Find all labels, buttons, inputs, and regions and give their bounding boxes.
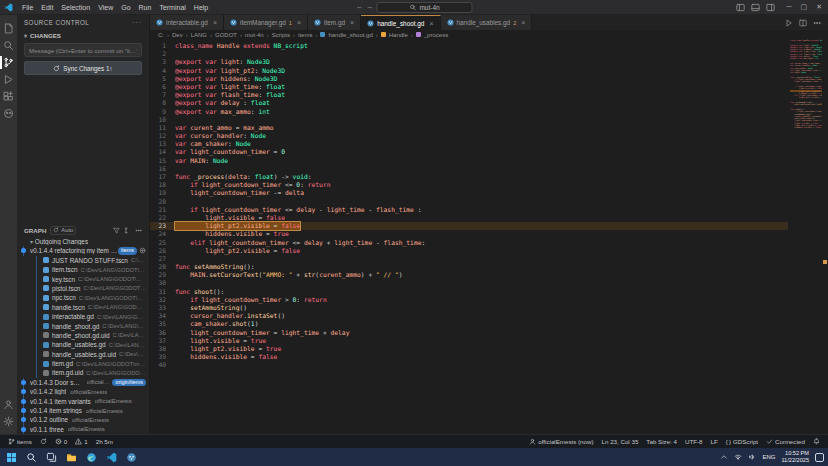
tab-interactable.gd[interactable]: interactable.gd× <box>150 15 224 30</box>
status-0[interactable]: 0 <box>51 435 71 448</box>
explorer-icon[interactable] <box>0 20 17 37</box>
commit-row[interactable]: v0.1.1 threeofficialEmests <box>17 425 149 434</box>
source-control-view-icon[interactable] <box>0 54 17 71</box>
status-ln-23-col-35[interactable]: Ln 23, Col 35 <box>598 435 643 448</box>
code-line[interactable]: 21 if light_countdown_timer <= delay - l… <box>150 206 788 214</box>
code-line[interactable]: 6@export var light_time: float <box>150 83 788 91</box>
changed-file-row[interactable]: handle_shoot.gdC:\Dev\LANG\GODOT\… <box>17 321 149 330</box>
edge-browser-icon[interactable] <box>84 450 99 465</box>
settings-gear-icon[interactable] <box>0 413 17 430</box>
outgoing-changes-row[interactable]: ▾ Outgoing Changes <box>17 237 149 246</box>
changed-file-row[interactable]: handle.tscnC:\Dev\LANG\GODOT\… <box>17 303 149 312</box>
breadcrumb-item[interactable]: items <box>298 32 312 38</box>
changed-file-row[interactable]: handle_usables.gd.uidC:\Dev\LANGG… <box>17 349 149 358</box>
godot-tools-icon[interactable] <box>0 105 17 122</box>
changed-file-row[interactable]: item.gd.uidC:\Dev\LANG\GODOT\mut… <box>17 368 149 377</box>
wifi-icon[interactable] <box>734 453 742 461</box>
code-line[interactable]: 35 cam_shaker.shot(1) <box>150 320 788 328</box>
editor-more-icon[interactable] <box>813 19 821 27</box>
code-line[interactable]: 17func _process(delta: float) -> void: <box>150 173 788 181</box>
code-line[interactable]: 16 <box>150 165 788 173</box>
maximize-icon[interactable]: ▢ <box>801 3 808 11</box>
changed-file-row[interactable]: item.gdC:\Dev\LANG\GODOT\mut-4n… <box>17 359 149 368</box>
code-line[interactable]: 9@export var max_ammo: int <box>790 57 822 59</box>
tab-close-icon[interactable]: × <box>213 19 217 26</box>
code-line[interactable]: 12var cursor_handler: Node <box>150 132 788 140</box>
tab-close-icon[interactable]: × <box>429 20 433 27</box>
code-line[interactable]: 24 hiddens.visible = true <box>150 230 788 238</box>
taskbar-clock[interactable]: 10:52 PM 11/22/2025 <box>781 450 809 464</box>
minimize-icon[interactable]: ─ <box>787 3 792 11</box>
code-line[interactable]: 22 light.visible = false <box>150 214 788 222</box>
code-line[interactable]: 2 <box>150 50 788 58</box>
code-line[interactable]: 33 setAmmoString() <box>150 304 788 312</box>
status-gdscript[interactable]: { }GDScript <box>722 435 762 448</box>
commit-row[interactable]: v0.1.4.4 refactoring my item …items <box>17 246 149 255</box>
code-line[interactable]: 19 light_countdown_timer -= delta <box>150 189 788 197</box>
commit-row[interactable]: v0.1.4 item stringsofficialEmests <box>17 406 149 415</box>
status-sync[interactable] <box>36 435 51 448</box>
menu-run[interactable]: Run <box>135 4 156 11</box>
breadcrumb-item[interactable]: LANG <box>191 32 207 38</box>
code-line[interactable]: 39 hiddens.visible = false <box>790 126 822 128</box>
status-2h-5m[interactable]: 2h 5m <box>92 435 117 448</box>
vertical-scrollbar[interactable] <box>822 39 828 434</box>
tab-itemManager.gd[interactable]: itemManager.gd1× <box>224 15 308 30</box>
extensions-icon[interactable] <box>0 88 17 105</box>
code-line[interactable]: 30 <box>150 279 788 287</box>
tab-close-icon[interactable]: × <box>350 19 354 26</box>
status-1[interactable]: 1 <box>71 435 91 448</box>
tab-close-icon[interactable]: × <box>521 19 525 26</box>
code-line[interactable]: 26 light_pt2.visible = false <box>790 96 822 98</box>
breadcrumb-item[interactable]: Scripts <box>272 32 290 38</box>
account-icon[interactable] <box>0 396 17 413</box>
changed-file-row[interactable]: npc.tscnC:\Dev\LANG\GODOT\mut-4n… <box>17 293 149 302</box>
split-editor-icon[interactable] <box>751 3 760 12</box>
breadcrumb-item[interactable]: Handle <box>389 32 408 38</box>
code-line[interactable]: 38 light_pt2.visible = true <box>150 345 788 353</box>
code-line[interactable]: 29 MAIN.setCursorText("AMMO: " + str(cur… <box>790 103 822 105</box>
code-line[interactable]: 40 <box>150 361 788 369</box>
filter-icon[interactable] <box>113 227 120 234</box>
vscode-taskbar-icon[interactable] <box>104 450 119 465</box>
commit-row[interactable]: v0.1.4.2 lightofficialEmests <box>17 387 149 396</box>
code-editor[interactable]: 1class_name Handle extends NB_script23@e… <box>150 39 828 434</box>
notification-center-icon[interactable] <box>815 453 824 462</box>
menu-selection[interactable]: Selection <box>57 4 94 11</box>
changes-section-header[interactable]: ▾ CHANGES <box>17 30 149 41</box>
commit-row[interactable]: v0.1.4.3 Door scriptofficialE…origin/ite… <box>17 378 149 387</box>
menu-help[interactable]: Help <box>190 4 212 11</box>
status-items[interactable]: items <box>4 435 36 448</box>
minimap[interactable]: 1class_name Handle extends NB_script23@e… <box>790 39 822 434</box>
changed-file-row[interactable]: pistol.tscnC:\Dev\LANG\GODOT\mut-4n… <box>17 284 149 293</box>
code-line[interactable]: 28func setAmmoString(): <box>150 263 788 271</box>
graph-more-icon[interactable] <box>135 227 142 234</box>
code-line[interactable]: 1class_name Handle extends NB_script <box>790 39 822 41</box>
keyboard-language[interactable]: ENG <box>762 454 775 460</box>
code-line[interactable]: 4@export var light_pt2: Node3D <box>150 67 788 75</box>
tray-chevron-icon[interactable] <box>720 453 728 461</box>
commit-row[interactable]: v0.1.2 outlineofficialEmests <box>17 415 149 424</box>
customize-layout-icon[interactable] <box>766 3 775 12</box>
code-line[interactable]: 13var cam_shaker: Node <box>150 140 788 148</box>
code-line[interactable]: 3@export var light: Node3D <box>150 58 788 66</box>
run-debug-icon[interactable] <box>0 71 17 88</box>
volume-icon[interactable] <box>748 453 756 461</box>
tab-handle_usables.gd[interactable]: handle_usables.gd2× <box>441 15 533 30</box>
code-line[interactable]: 27 <box>150 255 788 263</box>
commit-row[interactable]: v0.1.4.1 item variantsofficialEmests <box>17 396 149 405</box>
code-line[interactable]: 15var MAIN: Node <box>150 157 788 165</box>
code-line[interactable]: 8@export var delay : float <box>150 99 788 107</box>
nav-forward-icon[interactable]: → <box>366 3 374 11</box>
tab-handle_shoot.gd[interactable]: handle_shoot.gd× <box>361 15 440 30</box>
run-file-icon[interactable] <box>785 19 793 27</box>
code-line[interactable]: 11var curent_ammo = max_ammo <box>150 124 788 132</box>
code-line[interactable]: 14var light_countdown_timer = 0 <box>150 148 788 156</box>
nav-back-icon[interactable]: ← <box>356 3 364 11</box>
code-line[interactable]: 23 light_pt2.visible = false <box>150 222 788 230</box>
pick-repo-icon[interactable] <box>124 227 131 234</box>
breadcrumb-item[interactable]: C: <box>158 32 164 38</box>
code-line[interactable]: 18 if light_countdown_timer <= 0: return <box>150 181 788 189</box>
code-line[interactable]: 26 light_pt2.visible = false <box>150 247 788 255</box>
code-line[interactable]: 39 hiddens.visible = false <box>150 353 788 361</box>
